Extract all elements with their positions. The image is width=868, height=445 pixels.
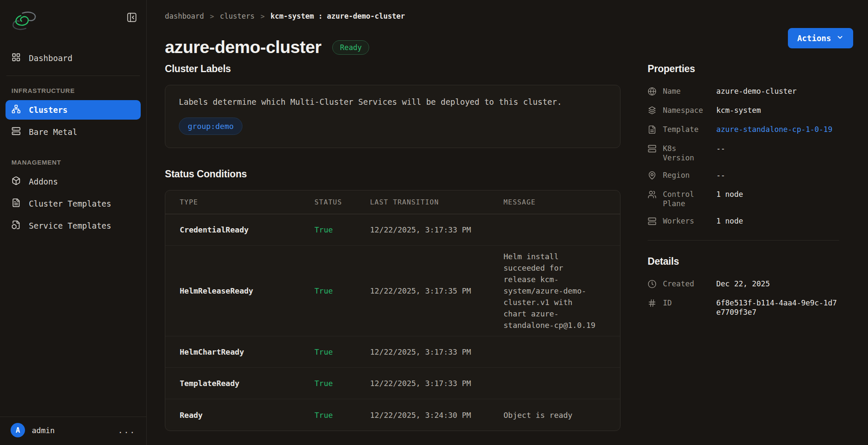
condition-message: Object is ready — [504, 409, 597, 421]
detail-value: 6f8e513f-b114-4aa4-9e9c-1d7e7709f3e7 — [716, 298, 839, 317]
property-label: Control Plane — [663, 190, 710, 208]
breadcrumb-dashboard[interactable]: dashboard — [165, 12, 204, 20]
server-icon — [648, 216, 657, 227]
actions-button-label: Actions — [797, 34, 831, 43]
condition-status: True — [314, 225, 370, 234]
sidebar-item-label: Addons — [29, 177, 58, 186]
ellipsis-icon[interactable]: ... — [118, 425, 136, 435]
status-badge: Ready — [332, 40, 369, 55]
sidebar-item-addons[interactable]: Addons — [6, 172, 141, 191]
package-icon — [11, 176, 21, 187]
property-row-k8s-version: K8s Version -- — [648, 144, 839, 162]
condition-last-transition: 12/22/2025, 3:24:30 PM — [370, 411, 504, 420]
server-icon — [11, 126, 21, 137]
app-root: Dashboard INFRASTRUCTURE Clusters Bare M… — [0, 0, 868, 445]
condition-type: CredentialReady — [180, 225, 314, 234]
status-conditions-heading: Status Conditions — [165, 168, 620, 180]
property-row-control-plane: Control Plane 1 node — [648, 190, 839, 208]
property-label: Name — [663, 87, 710, 96]
file-text-icon — [11, 198, 21, 209]
sidebar-item-clusters[interactable]: Clusters — [6, 100, 141, 120]
cluster-detail-section: Cluster Labels Labels determine which Mu… — [165, 63, 620, 431]
sidebar-item-label: Dashboard — [29, 53, 72, 63]
breadcrumb-clusters[interactable]: clusters — [220, 12, 255, 20]
sidebar-item-label: Clusters — [29, 105, 68, 115]
status-conditions-table: TYPE STATUS LAST TRANSITION MESSAGE Cred… — [165, 190, 620, 431]
sidebar-item-dashboard[interactable]: Dashboard — [6, 48, 141, 68]
property-value: -- — [716, 144, 839, 153]
sidebar-section-infrastructure: INFRASTRUCTURE — [11, 87, 141, 94]
chevron-right-icon: > — [261, 12, 265, 20]
property-label: Region — [663, 171, 710, 180]
sidebar-item-bare-metal[interactable]: Bare Metal — [6, 122, 141, 142]
detail-row-created: Created Dec 22, 2025 — [648, 279, 839, 290]
main-content: dashboard > clusters > kcm-system : azur… — [147, 0, 868, 445]
properties-panel: Properties Name azure-demo-cluster Names… — [648, 63, 839, 431]
property-value: 1 node — [716, 216, 839, 226]
sidebar-item-cluster-templates[interactable]: Cluster Templates — [6, 194, 141, 213]
globe-icon — [648, 87, 657, 98]
column-header-last-transition: LAST TRANSITION — [370, 198, 504, 206]
cluster-labels-description: Labels determine which Multi-Cluster Ser… — [179, 97, 606, 106]
condition-type: HelmChartReady — [180, 347, 314, 356]
column-header-message: MESSAGE — [504, 198, 597, 206]
property-value: -- — [716, 171, 839, 180]
detail-row-id: ID 6f8e513f-b114-4aa4-9e9c-1d7e7709f3e7 — [648, 298, 839, 317]
property-value: kcm-system — [716, 106, 839, 115]
detail-value: Dec 22, 2025 — [716, 279, 839, 288]
hash-icon — [648, 298, 657, 309]
property-row-namespace: Namespace kcm-system — [648, 106, 839, 117]
condition-type: HelmReleaseReady — [180, 286, 314, 295]
property-label: Workers — [663, 216, 710, 226]
condition-type: TemplateReady — [180, 379, 314, 388]
clock-icon — [648, 279, 657, 290]
chevron-right-icon: > — [210, 12, 214, 20]
table-row: HelmReleaseReady True 12/22/2025, 3:17:3… — [165, 246, 620, 336]
sidebar-item-label: Bare Metal — [29, 127, 77, 137]
template-link[interactable]: azure-standalone-cp-1-0-19 — [716, 125, 839, 134]
sidebar: Dashboard INFRASTRUCTURE Clusters Bare M… — [0, 0, 147, 445]
server-icon — [648, 144, 657, 155]
file-box-icon — [11, 220, 21, 231]
condition-type: Ready — [180, 411, 314, 420]
sidebar-divider — [6, 76, 140, 76]
network-icon — [11, 104, 21, 115]
column-header-status: STATUS — [314, 198, 370, 206]
cluster-labels-card: Labels determine which Multi-Cluster Ser… — [165, 85, 620, 148]
cluster-labels-heading: Cluster Labels — [165, 63, 620, 75]
table-header-row: TYPE STATUS LAST TRANSITION MESSAGE — [165, 190, 620, 214]
k0rdent-swirl-logo[interactable] — [11, 9, 38, 34]
property-row-name: Name azure-demo-cluster — [648, 87, 839, 98]
file-text-icon — [648, 125, 657, 136]
column-header-type: TYPE — [180, 198, 314, 206]
property-row-template: Template azure-standalone-cp-1-0-19 — [648, 125, 839, 136]
user-row[interactable]: A admin ... — [0, 417, 146, 445]
breadcrumb: dashboard > clusters > kcm-system : azur… — [165, 12, 853, 20]
table-row: TemplateReady True 12/22/2025, 3:17:33 P… — [165, 368, 620, 399]
condition-status: True — [314, 286, 370, 295]
table-row: CredentialReady True 12/22/2025, 3:17:33… — [165, 214, 620, 246]
table-row: Ready True 12/22/2025, 3:24:30 PM Object… — [165, 399, 620, 431]
user-name: admin — [32, 426, 55, 435]
condition-status: True — [314, 411, 370, 420]
breadcrumb-current: kcm-system : azure-demo-cluster — [270, 12, 405, 20]
map-pin-icon — [648, 171, 657, 182]
label-chip-group-demo[interactable]: group:demo — [179, 118, 242, 135]
table-row: HelmChartReady True 12/22/2025, 3:17:33 … — [165, 336, 620, 368]
chevron-down-icon — [836, 34, 844, 43]
condition-last-transition: 12/22/2025, 3:17:33 PM — [370, 225, 504, 234]
property-label: Template — [663, 125, 710, 134]
sidebar-item-service-templates[interactable]: Service Templates — [6, 216, 141, 235]
condition-status: True — [314, 347, 370, 356]
sidebar-item-label: Service Templates — [29, 221, 111, 230]
condition-message: Helm install succeeded for release kcm-s… — [504, 251, 597, 331]
property-row-region: Region -- — [648, 171, 839, 182]
condition-last-transition: 12/22/2025, 3:17:33 PM — [370, 379, 504, 388]
sidebar-item-label: Cluster Templates — [29, 199, 111, 208]
property-row-workers: Workers 1 node — [648, 216, 839, 227]
details-heading: Details — [648, 256, 839, 267]
users-icon — [648, 190, 657, 201]
actions-button[interactable]: Actions — [788, 28, 853, 48]
panel-left-collapse-icon[interactable] — [126, 12, 137, 24]
page-title: azure-demo-cluster — [165, 37, 321, 57]
